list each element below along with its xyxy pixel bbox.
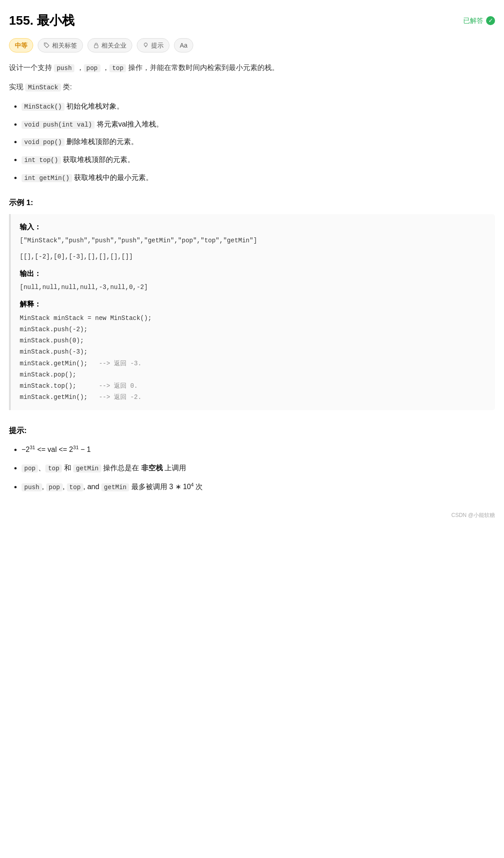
list-item: int getMin() 获取堆栈中的最小元素。 <box>22 171 495 184</box>
hint-section: 提示: −231 <= val <= 231 − 1 pop、top 和 get… <box>9 425 495 493</box>
tag-hint[interactable]: 提示 <box>137 38 169 53</box>
description-1: 设计一个支持 push ，pop ，top 操作，并能在常数时间内检索到最小元素… <box>9 61 495 74</box>
tag-font[interactable]: Aa <box>174 38 193 53</box>
list-item: −231 <= val <= 231 − 1 <box>22 443 495 456</box>
output-value: [null,null,null,null,-3,null,0,-2] <box>20 282 486 292</box>
svg-rect-1 <box>94 45 98 48</box>
input-value-line2: [[],[-2],[0],[-3],[],[],[],[]] <box>20 252 486 262</box>
explain-code: MinStack minStack = new MinStack(); minS… <box>20 313 486 403</box>
check-icon: ✓ <box>486 16 495 25</box>
list-item: MinStack() 初始化堆栈对象。 <box>22 100 495 113</box>
hint-list: −231 <= val <= 231 − 1 pop、top 和 getMin … <box>9 443 495 493</box>
solved-badge: 已解答 ✓ <box>463 15 495 26</box>
tag-font-label: Aa <box>180 40 187 50</box>
lock-icon <box>93 42 99 48</box>
methods-list: MinStack() 初始化堆栈对象。 void push(int val) 将… <box>9 100 495 184</box>
tag-related-tags-label: 相关标签 <box>52 40 77 50</box>
svg-point-0 <box>45 44 46 44</box>
description-2: 实现 MinStack 类: <box>9 81 495 94</box>
page-title: 155. 最小栈 <box>9 11 74 31</box>
hint-title: 提示: <box>9 425 495 437</box>
tag-company-label: 相关企业 <box>101 40 126 50</box>
solved-label: 已解答 <box>463 15 483 26</box>
example-box: 输入： ["MinStack","push","push","push","ge… <box>9 214 495 410</box>
input-label: 输入： <box>20 221 486 233</box>
explain-label: 解释： <box>20 298 486 310</box>
example-section: 示例 1: 输入： ["MinStack","push","push","pus… <box>9 197 495 411</box>
tag-icon <box>43 42 50 48</box>
footer: CSDN @小能软糖 <box>9 511 495 520</box>
list-item: pop、top 和 getMin 操作总是在 非空栈 上调用 <box>22 462 495 474</box>
example-title: 示例 1: <box>9 197 495 209</box>
output-label: 输出： <box>20 268 486 280</box>
tags-row: 中等 相关标签 相关企业 提示 Aa <box>9 38 495 53</box>
list-item: void pop() 删除堆栈顶部的元素。 <box>22 136 495 148</box>
list-item: push, pop, top, and getMin 最多被调用 3 ∗ 104… <box>22 481 495 493</box>
tag-company[interactable]: 相关企业 <box>87 38 132 53</box>
list-item: int top() 获取堆栈顶部的元素。 <box>22 153 495 166</box>
svg-point-2 <box>144 43 148 46</box>
list-item: void push(int val) 将元素val推入堆栈。 <box>22 118 495 131</box>
bulb-icon <box>143 42 149 48</box>
tag-related-tags[interactable]: 相关标签 <box>38 38 83 53</box>
input-value-line1: ["MinStack","push","push","push","getMin… <box>20 236 486 245</box>
tag-hint-label: 提示 <box>151 40 164 50</box>
tag-difficulty[interactable]: 中等 <box>9 38 33 53</box>
